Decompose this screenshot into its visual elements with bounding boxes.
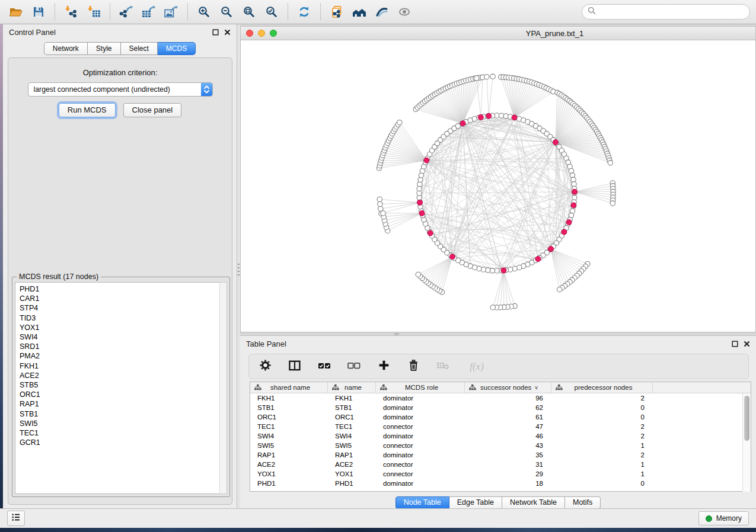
minimize-traffic-light-icon[interactable] bbox=[258, 30, 265, 37]
table-row[interactable]: RAP1RAP1dominator352 bbox=[250, 450, 751, 460]
column-header-successor-nodes[interactable]: successor nodes∨ bbox=[465, 382, 551, 393]
main-toolbar bbox=[0, 0, 756, 24]
mcds-result-node[interactable]: ACE2 bbox=[20, 371, 227, 380]
show-hide-button[interactable] bbox=[394, 2, 414, 21]
tab-node-table[interactable]: Node Table bbox=[395, 496, 449, 509]
table-row[interactable]: YOX1YOX1connector291 bbox=[250, 469, 751, 479]
cell-predecessor-nodes: 2 bbox=[551, 451, 653, 459]
zoom-fit-button[interactable] bbox=[239, 2, 259, 21]
zoom-in-button[interactable] bbox=[194, 2, 214, 21]
close-icon[interactable] bbox=[744, 341, 750, 347]
zoom-out-icon bbox=[221, 6, 232, 18]
cell-predecessor-nodes: 0 bbox=[551, 404, 653, 411]
close-traffic-light-icon[interactable] bbox=[246, 30, 253, 37]
network-canvas[interactable] bbox=[241, 40, 755, 332]
tab-style[interactable]: Style bbox=[88, 42, 121, 55]
mcds-result-node[interactable]: SWI5 bbox=[20, 419, 227, 428]
float-icon[interactable] bbox=[732, 341, 738, 347]
memory-button[interactable]: Memory bbox=[698, 511, 749, 525]
table-panel: Table Panel f(x) shared namenameMCDS rol… bbox=[240, 335, 756, 508]
tab-select[interactable]: Select bbox=[121, 42, 158, 55]
column-header-shared-name[interactable]: shared name bbox=[250, 382, 328, 393]
mcds-result-node[interactable]: STP4 bbox=[20, 303, 227, 313]
mcds-result-node[interactable]: STB5 bbox=[20, 380, 227, 390]
network-window-titlebar[interactable]: YPA_prune.txt_1 bbox=[241, 27, 755, 40]
mcds-result-node[interactable]: GCR1 bbox=[20, 438, 227, 447]
network-graph[interactable] bbox=[241, 40, 755, 332]
tab-network-table[interactable]: Network Table bbox=[502, 496, 565, 509]
table-row[interactable]: STB1STB1dominator620 bbox=[250, 403, 751, 412]
tab-edge-table[interactable]: Edge Table bbox=[449, 496, 502, 509]
mcds-result-node[interactable]: TEC1 bbox=[20, 428, 227, 438]
mcds-result-node[interactable]: SRD1 bbox=[20, 342, 227, 351]
cell-name: FKH1 bbox=[328, 395, 376, 402]
table-body: FKH1FKH1dominator962STB1STB1dominator620… bbox=[250, 393, 751, 488]
open-file-button[interactable] bbox=[6, 2, 26, 21]
run-mcds-button[interactable]: Run MCDS bbox=[59, 103, 116, 117]
zoom-selected-button[interactable] bbox=[261, 2, 282, 21]
mcds-result-node[interactable]: YOX1 bbox=[20, 323, 227, 332]
mcds-result-node[interactable]: STB1 bbox=[20, 409, 227, 419]
export-network-button[interactable] bbox=[116, 2, 136, 21]
export-table-button[interactable] bbox=[139, 2, 159, 21]
maximize-traffic-light-icon[interactable] bbox=[270, 30, 277, 37]
control-panel-tabs: NetworkStyleSelectMCDS bbox=[3, 42, 237, 55]
open-session-button[interactable] bbox=[327, 2, 347, 21]
table-scrollbar[interactable] bbox=[742, 393, 751, 492]
mcds-result-node[interactable]: SWI4 bbox=[20, 332, 227, 342]
zoom-out-button[interactable] bbox=[216, 2, 237, 21]
add-row-button[interactable] bbox=[376, 358, 391, 376]
deselect-all-button[interactable] bbox=[346, 358, 362, 376]
table-row[interactable]: ACE2ACE2connector311 bbox=[250, 460, 751, 469]
task-history-button[interactable] bbox=[7, 511, 25, 526]
column-header-predecessor-nodes[interactable]: predecessor nodes bbox=[551, 382, 653, 393]
cell-MCDS-role: connector bbox=[376, 442, 465, 449]
table-row[interactable]: SWI5SWI5connector431 bbox=[250, 441, 751, 450]
mcds-list-scrollbar[interactable] bbox=[219, 282, 227, 494]
mcds-result-node[interactable]: PHD1 bbox=[20, 284, 227, 294]
home-button[interactable] bbox=[349, 2, 369, 21]
import-table-button[interactable] bbox=[84, 2, 104, 21]
search-input[interactable] bbox=[599, 8, 744, 16]
table-row[interactable]: ORC1ORC1dominator610 bbox=[250, 412, 751, 422]
apply-layout-button[interactable] bbox=[294, 2, 314, 21]
tab-network[interactable]: Network bbox=[44, 42, 88, 55]
mcds-result-node[interactable]: PMA2 bbox=[20, 351, 227, 361]
mcds-result-node[interactable]: TID3 bbox=[20, 313, 227, 323]
float-icon[interactable] bbox=[212, 29, 219, 36]
export-image-button[interactable] bbox=[161, 2, 181, 21]
criterion-dropdown[interactable]: largest connected component (undirected) bbox=[28, 82, 213, 97]
cell-MCDS-role: connector bbox=[376, 461, 465, 468]
delete-row-button[interactable] bbox=[406, 358, 421, 376]
close-panel-button[interactable]: Close panel bbox=[123, 103, 182, 117]
select-all-button[interactable] bbox=[317, 358, 332, 376]
column-header-name[interactable]: name bbox=[328, 382, 376, 393]
column-header-MCDS-role[interactable]: MCDS role bbox=[376, 382, 465, 393]
mcds-result-node[interactable]: ORC1 bbox=[20, 390, 227, 399]
close-icon[interactable] bbox=[224, 29, 231, 36]
mcds-result-node[interactable]: RAP1 bbox=[20, 399, 227, 409]
cell-shared-name: ACE2 bbox=[250, 461, 328, 468]
import-network-icon bbox=[65, 6, 78, 18]
mcds-result-node[interactable]: CAR1 bbox=[20, 294, 227, 303]
cell-successor-nodes: 62 bbox=[465, 404, 551, 411]
table-row[interactable]: PHD1PHD1dominator180 bbox=[250, 479, 751, 488]
table-row[interactable]: FKH1FKH1dominator962 bbox=[250, 393, 751, 403]
tab-motifs[interactable]: Motifs bbox=[565, 496, 601, 509]
header-scroll-spacer bbox=[742, 382, 751, 393]
columns-button[interactable] bbox=[287, 358, 302, 376]
graphics-details-button[interactable] bbox=[372, 2, 392, 21]
save-session-button[interactable] bbox=[28, 2, 49, 21]
memory-status-icon bbox=[706, 515, 712, 522]
search-field[interactable] bbox=[582, 4, 750, 20]
scrollbar-thumb[interactable] bbox=[744, 396, 749, 441]
criterion-value: largest connected component (undirected) bbox=[34, 85, 170, 94]
import-network-button[interactable] bbox=[61, 2, 81, 21]
tab-mcds[interactable]: MCDS bbox=[158, 42, 196, 55]
delete-table-button bbox=[435, 358, 451, 376]
table-row[interactable]: SWI4SWI4dominator462 bbox=[250, 431, 751, 441]
mcds-result-node[interactable]: FKH1 bbox=[20, 361, 227, 371]
settings-button[interactable] bbox=[257, 358, 273, 376]
table-row[interactable]: TEC1TEC1connector472 bbox=[250, 422, 751, 431]
mcds-result-list[interactable]: PHD1CAR1STP4TID3YOX1SWI4SRD1PMA2FKH1ACE2… bbox=[15, 282, 227, 494]
